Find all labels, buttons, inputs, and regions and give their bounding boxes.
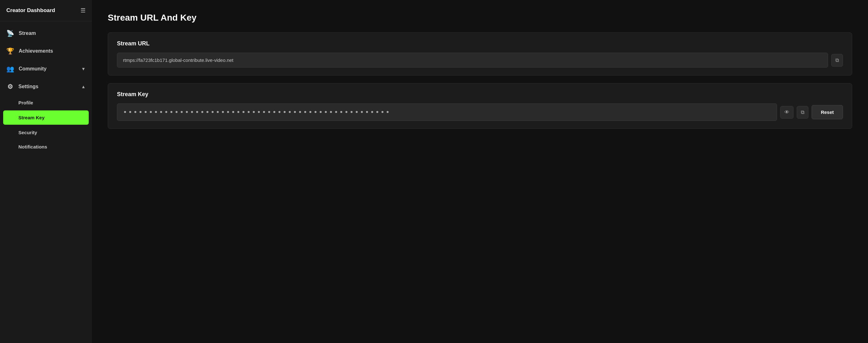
sidebar-item-achievements[interactable]: 🏆 Achievements bbox=[0, 42, 92, 60]
sidebar-item-community-label: Community bbox=[19, 66, 46, 72]
achievements-icon: 🏆 bbox=[6, 47, 14, 55]
settings-submenu: Profile Stream Key Security Notification… bbox=[0, 95, 92, 154]
sidebar-item-stream-key-label: Stream Key bbox=[19, 115, 45, 120]
sidebar-item-profile[interactable]: Profile bbox=[0, 95, 92, 110]
sidebar-nav: 📡 Stream 🏆 Achievements 👥 Community ▼ ⚙ … bbox=[0, 21, 92, 343]
stream-icon: 📡 bbox=[6, 29, 14, 37]
stream-key-reset-button[interactable]: Reset bbox=[812, 105, 843, 119]
stream-key-show-button[interactable]: 👁 bbox=[780, 106, 794, 119]
stream-key-copy-button[interactable]: ⧉ bbox=[797, 106, 808, 119]
settings-gear-icon: ⚙ bbox=[6, 83, 14, 90]
sidebar-header: Creator Dashboard ☰ bbox=[0, 0, 92, 21]
stream-url-copy-button[interactable]: ⧉ bbox=[831, 54, 843, 67]
stream-key-masked-value: ••••••••••••••••••••••••••••••••••••••••… bbox=[117, 104, 777, 121]
sidebar-item-security-label: Security bbox=[19, 130, 37, 135]
sidebar-item-stream-key[interactable]: Stream Key bbox=[3, 110, 89, 125]
eye-icon: 👁 bbox=[784, 110, 789, 115]
stream-url-input-row: ⧉ bbox=[117, 53, 843, 67]
stream-url-input[interactable] bbox=[117, 53, 828, 67]
sidebar: Creator Dashboard ☰ 📡 Stream 🏆 Achieveme… bbox=[0, 0, 92, 343]
sidebar-item-stream[interactable]: 📡 Stream bbox=[0, 24, 92, 42]
stream-url-card-title: Stream URL bbox=[117, 40, 843, 47]
sidebar-item-settings-label: Settings bbox=[19, 84, 38, 89]
sidebar-item-profile-label: Profile bbox=[19, 100, 33, 105]
stream-url-card: Stream URL ⧉ bbox=[108, 32, 852, 76]
sidebar-item-settings[interactable]: ⚙ Settings ▲ bbox=[0, 78, 92, 95]
sidebar-item-achievements-label: Achievements bbox=[19, 48, 53, 54]
community-chevron-icon: ▼ bbox=[81, 66, 86, 72]
sidebar-item-stream-label: Stream bbox=[19, 30, 36, 36]
sidebar-item-notifications[interactable]: Notifications bbox=[0, 140, 92, 154]
sidebar-item-notifications-label: Notifications bbox=[19, 144, 47, 149]
hamburger-icon[interactable]: ☰ bbox=[81, 7, 86, 14]
main-content: Stream URL And Key Stream URL ⧉ Stream K… bbox=[92, 0, 868, 343]
community-icon: 👥 bbox=[6, 65, 14, 73]
sidebar-title: Creator Dashboard bbox=[6, 7, 55, 13]
sidebar-item-security[interactable]: Security bbox=[0, 125, 92, 140]
copy-icon: ⧉ bbox=[835, 57, 839, 63]
stream-key-card-title: Stream Key bbox=[117, 91, 843, 98]
settings-chevron-icon: ▲ bbox=[81, 84, 86, 89]
sidebar-item-community[interactable]: 👥 Community ▼ bbox=[0, 60, 92, 78]
copy-key-icon: ⧉ bbox=[801, 110, 804, 115]
stream-key-card: Stream Key •••••••••••••••••••••••••••••… bbox=[108, 83, 852, 129]
stream-key-input-row: ••••••••••••••••••••••••••••••••••••••••… bbox=[117, 104, 843, 121]
page-title: Stream URL And Key bbox=[108, 13, 852, 23]
